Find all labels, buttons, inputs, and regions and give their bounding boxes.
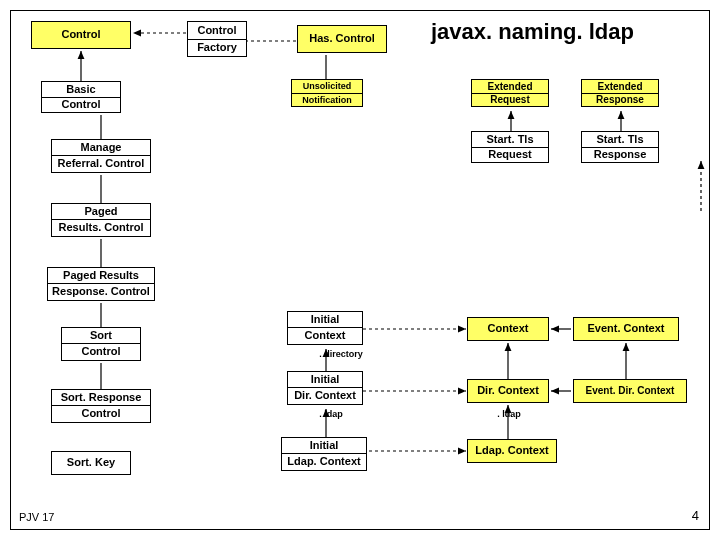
package-title: javax. naming. ldap <box>431 19 634 45</box>
referral-label: Referral. Control <box>51 155 151 173</box>
extended1-label: Extended <box>471 79 549 93</box>
response1-label: Response <box>581 93 659 107</box>
context1-label: Context <box>287 327 363 345</box>
ldap2-label: . ldap <box>489 409 529 419</box>
response2-label: Response <box>581 147 659 163</box>
notification-label: Notification <box>291 93 363 107</box>
initial2-label: Initial <box>287 371 363 387</box>
pagedresults-label: Paged Results <box>47 267 155 283</box>
dircontext1-label: Dir. Context <box>287 387 363 405</box>
unsolicited-label: Unsolicited <box>291 79 363 93</box>
extended2-label: Extended <box>581 79 659 93</box>
manage-label: Manage <box>51 139 151 155</box>
control3-label: Control <box>41 97 121 113</box>
eventdircontext-label: Event. Dir. Context <box>573 379 687 403</box>
footer-left: PJV 17 <box>19 511 54 523</box>
context2-label: Context <box>467 317 549 341</box>
hascontrol-interface: Has. Control <box>297 25 387 53</box>
basic-label: Basic <box>41 81 121 97</box>
control-interface: Control <box>31 21 131 49</box>
initial3-label: Initial <box>281 437 367 453</box>
ldapcontext1-label: Ldap. Context <box>281 453 367 471</box>
sort-label: Sort <box>61 327 141 343</box>
ldapcontext2-label: Ldap. Context <box>467 439 557 463</box>
ldap1-label: . ldap <box>311 409 351 419</box>
control5-label: Control <box>51 405 151 423</box>
starttls2-label: Start. Tls <box>581 131 659 147</box>
request1-label: Request <box>471 93 549 107</box>
paged-label: Paged <box>51 203 151 219</box>
diagram-frame: Control Control Factory Has. Control jav… <box>10 10 710 530</box>
dircontext2-label: Dir. Context <box>467 379 549 403</box>
request2-label: Request <box>471 147 549 163</box>
footer-right: 4 <box>692 508 699 523</box>
responsecontrol-label: Response. Control <box>47 283 155 301</box>
initial1-label: Initial <box>287 311 363 327</box>
control4-label: Control <box>61 343 141 361</box>
factory-label: Factory <box>187 39 247 57</box>
results-label: Results. Control <box>51 219 151 237</box>
control-label: Control <box>187 21 247 39</box>
eventcontext-label: Event. Context <box>573 317 679 341</box>
starttls1-label: Start. Tls <box>471 131 549 147</box>
sortkey-label: Sort. Key <box>51 451 131 475</box>
sortresponse-label: Sort. Response <box>51 389 151 405</box>
directory-label: . directory <box>311 349 371 359</box>
